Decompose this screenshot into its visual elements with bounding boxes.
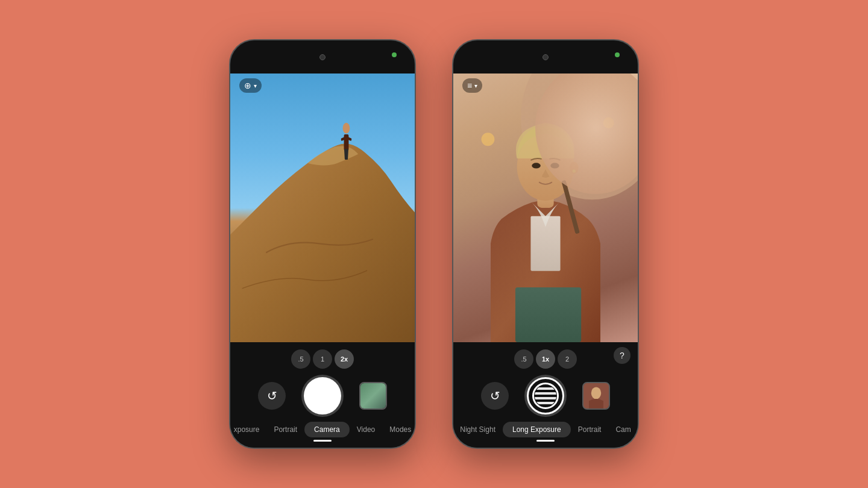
mode-tabs-left: xposure Portrait Camera Video Modes bbox=[230, 422, 415, 437]
zoom-2-btn-right[interactable]: 2 bbox=[558, 349, 577, 369]
flip-icon-right: ↺ bbox=[490, 389, 500, 403]
gallery-thumb-left[interactable] bbox=[359, 382, 387, 410]
status-dot-right bbox=[615, 52, 620, 57]
status-dot-left bbox=[392, 52, 397, 57]
svg-rect-8 bbox=[530, 216, 560, 271]
outdoor-scene bbox=[230, 74, 415, 342]
zoom-controls-right: .5 1x 2 bbox=[514, 349, 577, 369]
mode-tab-cam[interactable]: Cam bbox=[608, 422, 638, 437]
chevron-icon-right: ▾ bbox=[474, 83, 477, 89]
zoom-0.5-btn[interactable]: .5 bbox=[291, 349, 310, 369]
mode-tab-video[interactable]: Video bbox=[350, 422, 382, 437]
zoom-0.5-btn-right[interactable]: .5 bbox=[514, 349, 533, 369]
gallery-thumb-right[interactable] bbox=[582, 382, 610, 410]
phone-right: ≡ ▾ .5 1x 2 ? ↺ bbox=[452, 39, 639, 449]
zoom-controls-left: .5 1 2x bbox=[230, 349, 415, 369]
camera-controls-left: .5 1 2x ↺ xposure Portrait Camera Video … bbox=[230, 342, 415, 448]
mode-tab-modes[interactable]: Modes bbox=[382, 422, 415, 437]
svg-point-1 bbox=[343, 123, 350, 134]
mode-indicator-right bbox=[536, 440, 555, 442]
night-portrait-scene bbox=[453, 74, 638, 342]
toolbar-top-left: ⊕ ▾ bbox=[239, 78, 262, 93]
zoom-1-btn[interactable]: 1 bbox=[313, 349, 332, 369]
front-camera-right bbox=[542, 54, 549, 60]
phone-top-bar-right bbox=[453, 40, 638, 74]
shutter-stripes bbox=[535, 385, 556, 407]
thumb-img bbox=[583, 383, 609, 408]
mode-tab-night-sight[interactable]: Night Sight bbox=[453, 422, 503, 437]
phone-top-bar-left bbox=[230, 40, 415, 74]
phone-left: ⊕ ▾ .5 1 2x ↺ xposure Portrait Camera bbox=[229, 39, 416, 449]
rock-svg bbox=[230, 74, 415, 342]
camera-mode-btn[interactable]: ⊕ ▾ bbox=[239, 78, 262, 93]
zoom-1x-btn-right[interactable]: 1x bbox=[536, 349, 555, 369]
shutter-btn-right[interactable] bbox=[527, 377, 564, 414]
gallery-thumbnail-img bbox=[360, 383, 386, 408]
shutter-row-right: ↺ bbox=[453, 377, 638, 414]
toolbar-top-right: ≡ ▾ bbox=[462, 78, 482, 93]
night-mode-btn[interactable]: ≡ ▾ bbox=[462, 78, 482, 93]
help-btn[interactable]: ? bbox=[614, 347, 631, 364]
front-camera-left bbox=[319, 54, 326, 60]
night-icon: ≡ bbox=[467, 81, 472, 90]
mode-tab-portrait-right[interactable]: Portrait bbox=[571, 422, 609, 437]
shutter-row-left: ↺ bbox=[230, 377, 415, 414]
svg-point-20 bbox=[591, 387, 601, 399]
mode-indicator-left bbox=[313, 440, 332, 442]
mode-tabs-right: Night Sight Long Exposure Portrait Cam bbox=[453, 422, 638, 437]
flip-camera-btn-right[interactable]: ↺ bbox=[481, 382, 509, 410]
gallery-thumbnail-img2 bbox=[583, 383, 609, 408]
viewfinder-right: ≡ ▾ bbox=[453, 74, 638, 342]
zoom-2x-btn[interactable]: 2x bbox=[335, 349, 354, 369]
viewfinder-left: ⊕ ▾ bbox=[230, 74, 415, 342]
svg-point-17 bbox=[482, 133, 495, 146]
camera-controls-right: .5 1x 2 ? ↺ bbox=[453, 342, 638, 448]
flip-camera-btn[interactable]: ↺ bbox=[258, 382, 286, 410]
mode-tab-long-exposure[interactable]: Long Exposure bbox=[503, 422, 571, 437]
mode-tab-exposure[interactable]: xposure bbox=[230, 422, 266, 437]
svg-rect-9 bbox=[515, 287, 581, 342]
mode-tab-portrait[interactable]: Portrait bbox=[266, 422, 304, 437]
svg-rect-0 bbox=[344, 134, 349, 151]
chevron-icon: ▾ bbox=[254, 83, 257, 89]
flip-icon: ↺ bbox=[267, 389, 277, 403]
shutter-btn-left[interactable] bbox=[304, 377, 341, 414]
mode-tab-camera[interactable]: Camera bbox=[304, 422, 350, 437]
svg-point-12 bbox=[532, 163, 541, 168]
shutter-ring bbox=[532, 383, 559, 409]
camera-icon: ⊕ bbox=[244, 81, 251, 90]
